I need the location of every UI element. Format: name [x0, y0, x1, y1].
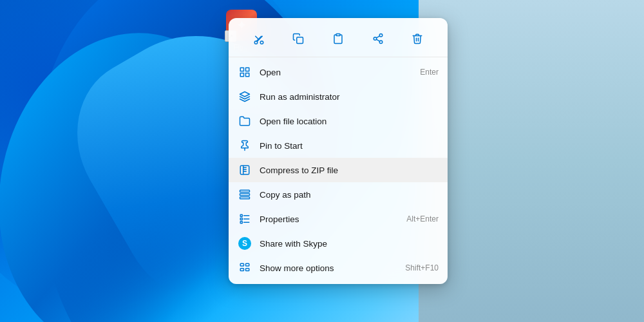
svg-rect-22 — [240, 194, 250, 196]
menu-item-run-admin[interactable]: Run as administrator — [229, 84, 448, 109]
menu-item-more-options-label: Show more options — [260, 263, 392, 273]
menu-item-open-label: Open — [260, 68, 407, 77]
more-options-icon — [238, 261, 252, 275]
context-toolbar — [229, 22, 448, 57]
copy-toolbar-button[interactable] — [287, 27, 310, 50]
svg-rect-12 — [246, 68, 249, 71]
svg-rect-4 — [297, 37, 303, 44]
menu-item-copy-path[interactable]: Copy as path — [229, 182, 448, 207]
menu-item-open[interactable]: Open Enter — [229, 60, 448, 84]
cut-toolbar-button[interactable] — [247, 27, 270, 50]
svg-rect-11 — [240, 68, 243, 71]
menu-item-pin-start[interactable]: Pin to Start — [229, 133, 448, 158]
menu-item-run-admin-label: Run as administrator — [260, 92, 439, 102]
menu-item-open-location[interactable]: Open file location — [229, 109, 448, 133]
menu-item-share-skype[interactable]: S Share with Skype — [229, 231, 448, 256]
menu-item-compress-zip-label: Compress to ZIP file — [260, 166, 439, 175]
svg-rect-33 — [246, 269, 249, 271]
svg-rect-13 — [246, 73, 249, 77]
menu-item-properties-label: Properties — [260, 214, 393, 224]
svg-point-1 — [260, 41, 263, 44]
menu-item-share-skype-label: Share with Skype — [260, 239, 439, 249]
svg-line-3 — [255, 36, 258, 39]
pin-icon — [238, 138, 252, 153]
menu-item-properties[interactable]: Properties Alt+Enter — [229, 207, 448, 231]
svg-rect-23 — [240, 197, 250, 199]
menu-item-properties-shortcut: Alt+Enter — [406, 214, 439, 223]
open-icon — [238, 65, 252, 79]
menu-item-more-options-shortcut: Shift+F10 — [405, 263, 439, 272]
copy-path-icon — [238, 187, 252, 202]
svg-rect-24 — [240, 214, 242, 216]
properties-icon — [238, 212, 252, 226]
svg-rect-26 — [240, 222, 242, 223]
svg-line-10 — [376, 36, 379, 38]
menu-item-open-location-label: Open file location — [260, 117, 439, 126]
menu-item-copy-path-label: Copy as path — [260, 190, 439, 200]
svg-rect-21 — [240, 190, 250, 192]
svg-rect-30 — [240, 263, 243, 266]
svg-rect-25 — [240, 218, 242, 220]
skype-icon: S — [238, 236, 252, 251]
context-menu: Open Enter Run as administrator Open fil… — [229, 18, 448, 284]
svg-rect-14 — [240, 73, 243, 77]
folder-icon — [238, 114, 252, 128]
share-toolbar-button[interactable] — [366, 27, 390, 50]
menu-item-pin-start-label: Pin to Start — [260, 141, 439, 151]
svg-rect-32 — [240, 269, 243, 271]
svg-rect-31 — [246, 263, 249, 266]
menu-item-compress-zip[interactable]: Compress to ZIP file — [229, 158, 448, 182]
menu-item-more-options[interactable]: Show more options Shift+F10 — [229, 256, 448, 280]
delete-toolbar-button[interactable] — [406, 27, 429, 50]
paste-toolbar-button[interactable] — [327, 27, 350, 50]
menu-item-open-shortcut: Enter — [420, 68, 439, 77]
admin-icon — [238, 90, 252, 104]
svg-line-9 — [376, 39, 379, 41]
zip-icon — [238, 163, 252, 177]
svg-rect-5 — [336, 34, 340, 36]
